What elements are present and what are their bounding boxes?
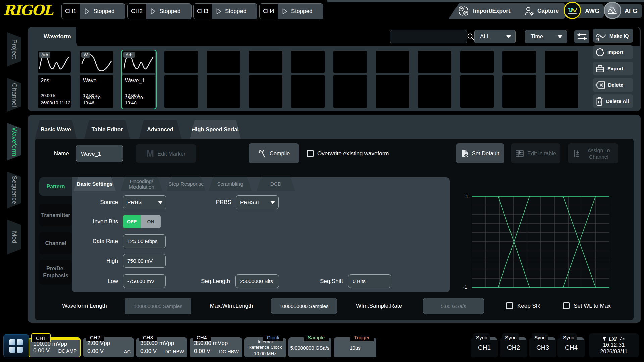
- export-label: Export: [607, 66, 624, 71]
- topbar-ch4-status[interactable]: CH4 Stopped: [259, 3, 323, 19]
- empty-slot[interactable]: [545, 51, 578, 73]
- data-rate-input[interactable]: 125.00 Mbps: [123, 234, 166, 248]
- sidebar-item-sequence[interactable]: Sequence: [7, 172, 21, 208]
- status-clock-block[interactable]: Clock Internal Reference Clock 10.00 MHz: [244, 333, 286, 357]
- assign-to-channel-button[interactable]: Assign To Channel: [568, 143, 618, 163]
- sidebar-item-project[interactable]: Project: [7, 32, 21, 66]
- export-button[interactable]: Export: [593, 62, 633, 75]
- waveform-card-2ns[interactable]: Arb 2ns 20.00 k 26/03/10 11:12: [37, 50, 72, 109]
- side-tab-label: Pre/De-Emphasis: [43, 265, 68, 279]
- awg-icon[interactable]: [564, 2, 581, 19]
- delete-button[interactable]: Delete: [593, 78, 633, 92]
- search-input[interactable]: [390, 34, 467, 40]
- import-button[interactable]: Import: [593, 45, 633, 59]
- status-ch1-block[interactable]: CH1 100.00 mVpp 0.00 V DC AMP: [29, 333, 81, 357]
- tab-advanced[interactable]: Advanced: [139, 120, 181, 139]
- invert-off-option[interactable]: OFF: [123, 215, 141, 228]
- seq-length-input[interactable]: 25000000 Bits: [235, 274, 279, 288]
- sync-tab: Sync: [473, 333, 490, 341]
- sidebar-item-mod[interactable]: Mod: [7, 220, 21, 254]
- sidebar-item-channel[interactable]: Channel: [7, 78, 21, 112]
- set-default-button[interactable]: Set Default: [456, 143, 504, 163]
- empty-slot: [291, 75, 325, 108]
- play-icon: [150, 8, 156, 15]
- waveform-card-wave[interactable]: W Wave 12.00 k 26/03/10 13:46: [79, 50, 114, 109]
- system-status-panel[interactable]: LXI 16:12:31 2026/03/11: [589, 333, 639, 357]
- subtab-step-response[interactable]: Step Response: [167, 177, 206, 191]
- status-trigger-block[interactable]: Trigger 10us: [334, 333, 376, 357]
- subtab-label: Encoding/Modulation: [129, 178, 154, 190]
- topbar-ch2-status[interactable]: CH2 Stopped: [127, 3, 192, 19]
- rigol-logo: RIGOL: [3, 2, 53, 18]
- wfm-sample-rate-input[interactable]: 5.00 GSa/s: [423, 298, 484, 314]
- set-wl-to-max-checkbox[interactable]: [563, 302, 570, 309]
- sync-ch1-block[interactable]: Sync CH1: [471, 333, 498, 357]
- edit-in-table-button[interactable]: Edit in table: [511, 143, 560, 163]
- topbar-ch3-status[interactable]: CH3 Stopped: [193, 3, 257, 19]
- ch4-label: CH4: [260, 4, 278, 19]
- clock-freq: 10.00 MHz: [254, 351, 277, 356]
- empty-slot[interactable]: [249, 51, 282, 73]
- invert-on-option[interactable]: ON: [141, 215, 161, 228]
- waveform-date: 26/03/10 13:46: [83, 95, 113, 105]
- empty-slot[interactable]: [502, 51, 536, 73]
- status-sample-block[interactable]: Sample 5.0000000 GSa/s: [288, 333, 331, 357]
- afg-label[interactable]: AFG: [625, 3, 637, 19]
- name-input[interactable]: Wave_1: [76, 145, 123, 162]
- trigger-value: 10us: [350, 345, 361, 351]
- waveform-info: Wave_1 12.00 k 26/03/10 13:48: [122, 75, 155, 108]
- topbar-ch1-status[interactable]: CH1 Stopped: [61, 3, 125, 19]
- sync-tab: Sync: [532, 333, 548, 341]
- status-ch4-block[interactable]: CH4 350.00 mVpp 0.00 V DC HBW: [190, 333, 242, 357]
- overwrite-checkbox[interactable]: [307, 150, 314, 157]
- empty-slot[interactable]: [207, 51, 240, 73]
- low-input[interactable]: -750.00 mV: [123, 274, 166, 288]
- delete-all-button[interactable]: Delete All: [593, 94, 633, 108]
- sidebar-item-waveform[interactable]: Waveform: [7, 123, 21, 160]
- empty-slot[interactable]: [376, 51, 409, 73]
- empty-slot[interactable]: [164, 51, 198, 73]
- afg-icon[interactable]: [604, 2, 621, 19]
- max-wfm-length-input[interactable]: 1000000000 Samples: [271, 298, 337, 314]
- subtab-basic-settings[interactable]: Basic Settings: [74, 177, 116, 191]
- source-dropdown[interactable]: PRBS: [123, 195, 166, 209]
- seq-shift-label: Seq.Shift: [303, 274, 343, 288]
- awg-label[interactable]: AWG: [585, 3, 599, 19]
- tab-high-speed-serial[interactable]: High Speed Serial: [190, 120, 241, 139]
- sort-by-dropdown[interactable]: Time: [525, 30, 567, 43]
- prbs-dropdown[interactable]: PRBS31: [236, 195, 279, 209]
- tab-basic-wave[interactable]: Basic Wave: [35, 120, 77, 139]
- waveform-card-wave1-selected[interactable]: Arb Wave_1 12.00 k 26/03/10 13:48: [121, 50, 157, 109]
- empty-slot[interactable]: [333, 51, 367, 73]
- seq-shift-input[interactable]: 0 Bits: [348, 274, 391, 288]
- sort-direction-button[interactable]: [574, 30, 589, 43]
- compile-button[interactable]: Compile: [249, 143, 299, 163]
- make-iq-button[interactable]: IQ Make IQ: [593, 29, 633, 43]
- empty-slot[interactable]: [418, 51, 451, 73]
- side-tab-pre-de-emphasis[interactable]: Pre/De-Emphasis: [39, 260, 72, 285]
- subtab-dcd[interactable]: DCD: [257, 177, 295, 191]
- tab-table-editor[interactable]: Table Editor: [84, 120, 130, 139]
- filter-type-dropdown[interactable]: ALL: [474, 30, 516, 43]
- status-ch2-block[interactable]: CH2 2.00 Vpp 0.00 V AC: [83, 333, 134, 357]
- chevron-down-icon: [506, 35, 511, 38]
- sync-ch2-block[interactable]: Sync CH2: [500, 333, 527, 357]
- subtab-encoding-modulation[interactable]: Encoding/Modulation: [121, 177, 162, 191]
- side-tab-transmitter[interactable]: Transmitter: [39, 204, 72, 226]
- sync-ch4-block[interactable]: Sync CH4: [557, 333, 585, 357]
- subtab-scrambling[interactable]: Scrambling: [209, 177, 252, 191]
- empty-slot[interactable]: [291, 51, 325, 73]
- high-input[interactable]: 750.00 mV: [123, 254, 166, 268]
- side-tab-channel[interactable]: Channel: [39, 232, 72, 254]
- empty-slot[interactable]: [460, 51, 494, 73]
- edit-marker-button[interactable]: M Edit Marker: [136, 144, 196, 163]
- import-export-button[interactable]: Import/Export: [449, 3, 527, 19]
- capture-button[interactable]: Capture: [521, 3, 566, 19]
- apps-grid-button[interactable]: [3, 334, 29, 357]
- sync-ch3-block[interactable]: Sync CH3: [529, 333, 556, 357]
- status-ch3-block[interactable]: CH3 350.00 mVpp 0.00 V DC HBW: [136, 333, 187, 357]
- waveform-length-input[interactable]: 1000000000 Samples: [125, 298, 191, 314]
- keep-sr-checkbox[interactable]: [506, 302, 513, 309]
- side-tab-pattern[interactable]: Pattern: [39, 177, 72, 196]
- chevron-down-icon: [270, 201, 275, 204]
